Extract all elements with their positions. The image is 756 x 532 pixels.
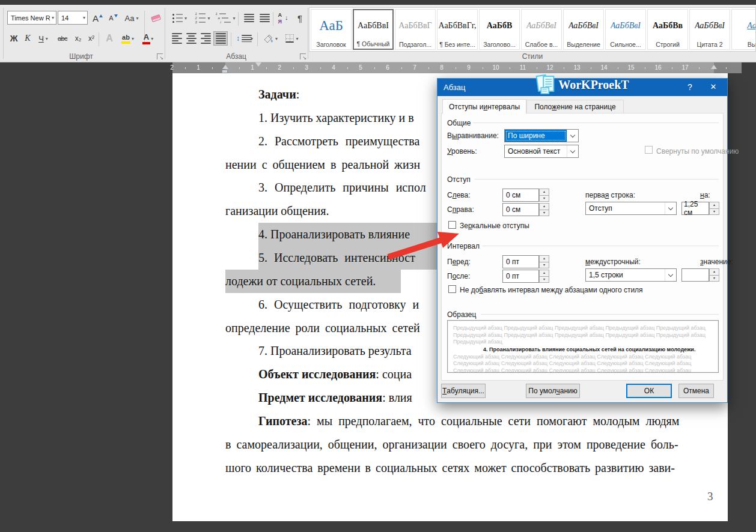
mirror-indents-checkbox[interactable] (448, 221, 456, 229)
word-window: Times New R▾ 14▾ А А Аа▾ Ж К Ч▾ abc x₂ x… (0, 0, 756, 532)
tab-indents-spacing[interactable]: Отступы и интервалы (442, 99, 526, 114)
italic-button[interactable]: К (22, 31, 34, 46)
divider (231, 32, 231, 46)
text-effects-button[interactable]: А (102, 31, 117, 46)
by-spinner[interactable]: ▴▾ (709, 202, 719, 215)
style-item[interactable]: АаБбВвГПодзагол... (395, 9, 436, 50)
style-label: Сильное... (610, 41, 641, 48)
font-name-value: Times New R (11, 14, 50, 22)
shrink-font-button[interactable]: А (106, 11, 120, 25)
doc-line[interactable]: в самореализации, общении, организации с… (225, 433, 715, 456)
chevron-down-icon[interactable] (567, 130, 578, 142)
styles-group-label: Стили (309, 52, 756, 61)
first-line-combo[interactable]: Отступ (585, 202, 677, 215)
style-label: ¶ Без инте... (439, 41, 475, 48)
underline-button[interactable]: Ч▾ (35, 31, 52, 46)
clear-formatting-button[interactable] (148, 11, 163, 25)
bold-button[interactable]: Ж (7, 31, 20, 46)
style-item[interactable]: АаБбВвГг,¶ Без инте... (437, 9, 478, 50)
chevron-down-icon[interactable] (567, 145, 578, 157)
style-label: Заголовок (316, 41, 346, 48)
chevron-down-icon[interactable] (665, 269, 676, 281)
spacing-after-spinner[interactable]: ▴▾ (539, 270, 549, 283)
ruler-tick (374, 67, 375, 69)
indent-right-spinner[interactable]: ▴▾ (539, 203, 549, 216)
set-default-button[interactable]: По умолчанию (526, 384, 580, 398)
style-item[interactable]: АаБбВвСтрогий (647, 9, 688, 50)
bullets-button[interactable]: ▾ (169, 11, 190, 25)
tabs-button[interactable]: Табуляция... (441, 384, 486, 398)
close-icon[interactable]: ✕ (707, 82, 720, 91)
strikethrough-button[interactable]: abc (54, 31, 71, 46)
shading-button[interactable]: ▾ (261, 31, 280, 46)
font-color-button[interactable]: А▾ (139, 31, 157, 46)
style-item[interactable]: АаБбВвІЦитата 2 (689, 9, 730, 50)
spacing-before-spinner[interactable]: ▴▾ (539, 255, 549, 268)
doc-line[interactable]: шого количества времени в социальных сет… (225, 456, 715, 480)
chevron-down-icon[interactable] (665, 202, 676, 214)
numbering-button[interactable]: 1 2 3 ▾ (192, 11, 213, 25)
group-line (472, 122, 719, 123)
dialog-titlebar[interactable]: Абзац WorKProekT (437, 79, 727, 96)
style-item[interactable]: АаБЗаголовок (311, 9, 352, 50)
style-item[interactable]: АаБбВвІ¶ Обычный (353, 9, 394, 50)
decrease-indent-button[interactable] (242, 11, 256, 25)
cancel-button[interactable]: Отмена (678, 384, 714, 398)
paragraph-dialog-launcher[interactable] (300, 53, 306, 59)
dialog-title: Абзац (444, 83, 465, 92)
eraser-icon (150, 14, 160, 22)
spacing-after-field[interactable]: 0 пт (502, 270, 539, 283)
align-center-button[interactable] (184, 31, 198, 46)
indent-right-field[interactable]: 0 см (502, 203, 539, 216)
justify-button[interactable] (213, 31, 228, 46)
style-item[interactable]: АаБбВвІСлабое в... (521, 9, 562, 50)
font-size-combo[interactable]: 14▾ (58, 11, 88, 25)
font-dialog-launcher[interactable] (157, 53, 163, 59)
align-left-button[interactable] (170, 31, 183, 46)
style-item[interactable]: АаБбВЗаголово... (479, 9, 520, 50)
style-item[interactable]: АаВы (731, 9, 756, 50)
increase-indent-button[interactable] (257, 11, 272, 25)
ok-button[interactable]: ОК (626, 384, 672, 398)
chevron-down-icon: ▾ (52, 15, 54, 20)
align-right-button[interactable] (199, 31, 212, 46)
font-name-combo[interactable]: Times New R▾ (7, 11, 56, 25)
subscript-button[interactable]: x₂ (72, 31, 84, 46)
doc-line[interactable]: Гипотеза: мы предполагаем, что социальны… (225, 410, 715, 433)
decrease-indent-icon (244, 14, 254, 22)
group-line (482, 246, 719, 246)
line-spacing-combo[interactable]: 1,5 строки (585, 268, 677, 282)
tab-line-page-breaks[interactable]: Положение на странице (526, 100, 624, 113)
spacing-before-field[interactable]: 0 пт (502, 255, 539, 268)
ruler-tick (320, 67, 321, 69)
styles-gallery: АаБЗаголовокАаБбВвІ¶ ОбычныйАаБбВвГПодза… (309, 7, 756, 52)
first-line-indent-marker[interactable] (255, 62, 261, 67)
change-case-button[interactable]: Аа▾ (121, 11, 142, 25)
alignment-combo[interactable]: По ширине (504, 129, 579, 142)
style-label: Строгий (656, 41, 680, 48)
line-spacing-button[interactable]: ↕ ▾ (234, 31, 255, 46)
right-indent-marker[interactable] (711, 65, 717, 69)
preview-next-text: Следующий абзац Следующий абзац Следующи… (453, 354, 713, 373)
grow-font-button[interactable]: А (90, 11, 105, 25)
superscript-button[interactable]: x² (85, 31, 97, 46)
indent-left-spinner[interactable]: ▴▾ (539, 189, 549, 202)
multilevel-list-button[interactable]: 1 a i ▾ (215, 11, 236, 25)
style-item[interactable]: АаБбВвІВыделение (563, 9, 604, 50)
indent-left-field[interactable]: 0 см (502, 189, 539, 202)
show-marks-button[interactable]: ¶ (293, 11, 306, 25)
help-icon[interactable]: ? (684, 82, 696, 92)
level-combo[interactable]: Основной текст (504, 145, 579, 158)
style-item[interactable]: АаБбВвІСильное... (605, 9, 646, 50)
by-field[interactable]: 1,25 см (681, 202, 709, 215)
text-highlight-button[interactable]: ab▾ (119, 31, 137, 46)
style-preview: АаБбВ (487, 11, 513, 41)
at-field[interactable] (681, 268, 709, 282)
no-space-same-style-checkbox[interactable] (448, 285, 456, 293)
left-indent-marker[interactable] (222, 65, 228, 69)
borders-button[interactable]: ▾ (282, 31, 302, 46)
ruler-tick (726, 67, 727, 69)
ruler-tick (212, 67, 213, 69)
sort-button[interactable]: А Я ↓ (275, 11, 291, 25)
at-spinner[interactable]: ▴▾ (709, 268, 719, 282)
